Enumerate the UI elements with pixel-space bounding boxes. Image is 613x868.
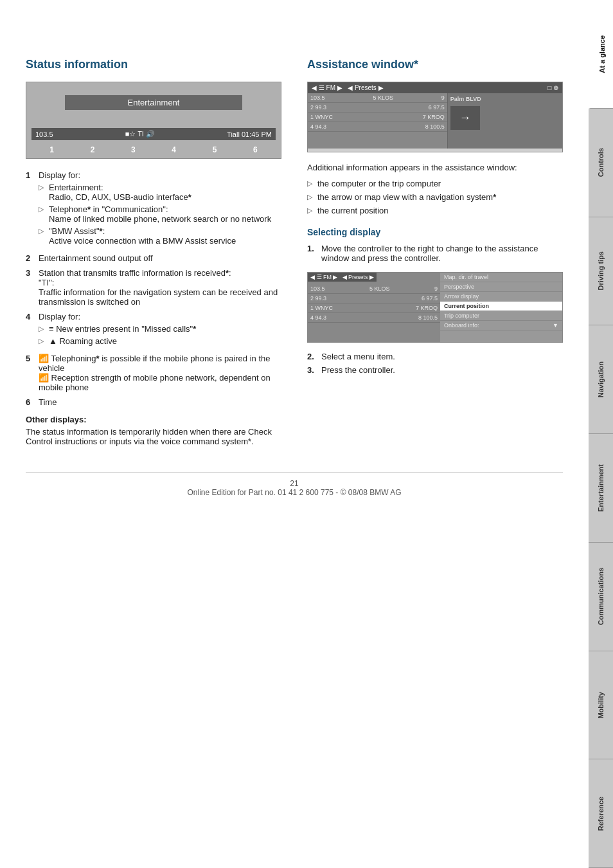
step-number: 2. xyxy=(307,352,317,361)
step-item: 1. Move the controller to the right to c… xyxy=(307,244,563,263)
palm-blvd-text: Palm BLVD xyxy=(450,96,481,102)
list-item: 1 Display for: ▷ Entertainment:Radio, CD… xyxy=(26,170,281,248)
bullet-text: the arrow or map view with a navigation … xyxy=(317,192,496,202)
sel-menu-item: Perspective xyxy=(440,282,562,292)
sub-list-item: ▷ ▲ Roaming active xyxy=(39,336,281,346)
sidebar-tabs: At a glance Controls Driving tips Naviga… xyxy=(589,0,613,868)
step-item: 2. Select a menu item. xyxy=(307,352,563,361)
step-number: 1. xyxy=(307,244,317,263)
list-item: 6 Time xyxy=(26,397,281,407)
tab-at-a-glance[interactable]: At a glance xyxy=(589,0,613,109)
assist-row: 4 94.38 100.5 xyxy=(308,122,447,132)
item-number: 2 xyxy=(26,253,35,263)
assist-top-left: ◀ ☰ FM ▶ ◀ Presets ▶ xyxy=(312,84,384,91)
sel-row: 2 99.36 97.5 xyxy=(308,294,440,303)
item-number: 4 xyxy=(26,312,35,348)
sub-list-item: ▷ "BMW Assist"*:Active voice connection … xyxy=(39,226,281,246)
sub-item-text: ≡ New entries present in "Missed calls"* xyxy=(49,324,196,334)
sel-menu-item: Trip computer xyxy=(440,311,562,321)
item-number: 3 xyxy=(26,268,35,307)
sub-list: ▷ ≡ New entries present in "Missed calls… xyxy=(39,324,281,346)
num-2: 2 xyxy=(91,145,95,154)
item-content: Entertainment sound output off xyxy=(39,253,281,263)
num-3: 3 xyxy=(131,145,136,154)
sub-item-detail: Radio, CD, AUX, USB-audio interface* xyxy=(49,192,191,202)
select-image: ◀ ☰ FM ▶ ◀ Presets ▶ 103.55 KLOS9 2 99.3… xyxy=(307,272,563,343)
bullet-item: ▷ the current position xyxy=(307,206,563,215)
list-item: 5 📶 Telephoning* is possible if the mobi… xyxy=(26,354,281,392)
list-item: 3 Station that transmits traffic informa… xyxy=(26,268,281,307)
sub-item-text: Telephone* in "Communication":Name of li… xyxy=(49,204,271,224)
num-6: 6 xyxy=(253,145,258,154)
item-number: 5 xyxy=(26,354,35,392)
step-text: Move the controller to the right to chan… xyxy=(321,244,563,263)
status-info-title: Status information xyxy=(26,58,281,71)
list-item: 4 Display for: ▷ ≡ New entries present i… xyxy=(26,312,281,348)
sel-row: 4 94.38 100.5 xyxy=(308,313,440,323)
bullet-text: the current position xyxy=(317,206,389,215)
assist-row: 2 99.36 97.5 xyxy=(308,103,447,113)
step-item: 3. Press the controller. xyxy=(307,365,563,375)
page-footer: 21 Online Edition for Part no. 01 41 2 6… xyxy=(26,472,563,497)
arrow-icon: ▷ xyxy=(39,205,45,224)
arrow-icon: ▷ xyxy=(39,337,45,346)
tab-communications[interactable]: Communications xyxy=(589,543,613,651)
assist-right-panel: Palm BLVD → xyxy=(448,93,562,149)
sub-item-text: Entertainment:Radio, CD, AUX, USB-audio … xyxy=(49,183,191,202)
sel-rows: 103.55 KLOS9 2 99.36 97.5 1 WNYC7 KROQ 4… xyxy=(308,284,440,323)
sub-list: ▷ Entertainment:Radio, CD, AUX, USB-audi… xyxy=(39,183,281,246)
item-main-text: Entertainment sound output off xyxy=(39,253,153,263)
item-detail-ti: "TI": xyxy=(39,278,54,287)
sel-menu: Map. dir. of travel Perspective Arrow di… xyxy=(440,273,562,342)
assist-row: 1 WNYC7 KROQ xyxy=(308,113,447,122)
tab-reference[interactable]: Reference xyxy=(589,759,613,868)
tab-entertainment[interactable]: Entertainment xyxy=(589,434,613,543)
columns-layout: Status information Entertainment 103.5 ■… xyxy=(26,58,563,446)
status-numbered-list: 1 Display for: ▷ Entertainment:Radio, CD… xyxy=(26,170,281,407)
numbers-row: 1 2 3 4 5 6 xyxy=(31,145,276,154)
sel-row: 1 WNYC7 KROQ xyxy=(308,303,440,313)
assist-left-panel: 103.55 KLOS9 2 99.36 97.5 1 WNYC7 KROQ 4… xyxy=(308,93,448,149)
item-main-text: Time xyxy=(39,397,57,407)
item-content: Station that transmits traffic informati… xyxy=(39,268,281,307)
item-number: 1 xyxy=(26,170,35,248)
sub-list-item: ▷ Entertainment:Radio, CD, AUX, USB-audi… xyxy=(39,183,281,202)
arrow-display: → xyxy=(450,106,480,130)
sub-item-detail: Name of linked mobile phone, network sea… xyxy=(49,214,271,224)
sub-item-text: ▲ Roaming active xyxy=(49,336,117,346)
time-display: Tiall 01:45 PM xyxy=(227,131,272,138)
right-column: Assistance window* ◀ ☰ FM ▶ ◀ Presets ▶ … xyxy=(307,58,563,446)
sub-item-detail: Active voice connection with a BMW Assis… xyxy=(49,236,236,246)
item-content: 📶 Telephoning* is possible if the mobile… xyxy=(39,354,281,392)
arrow-icon: ▷ xyxy=(307,206,314,215)
sel-presets: ◀ Presets ▶ xyxy=(342,274,375,280)
bullet-text: the computer or the trip computer xyxy=(317,179,441,188)
left-column: Status information Entertainment 103.5 ■… xyxy=(26,58,281,446)
item-content: Time xyxy=(39,397,281,407)
arrow-icon: ▷ xyxy=(39,325,45,334)
entertainment-bar: Entertainment xyxy=(65,95,242,110)
num-4: 4 xyxy=(172,145,176,154)
arrow-icon: ▷ xyxy=(307,193,314,202)
tab-controls[interactable]: Controls xyxy=(589,109,613,217)
item-detail-traffic: Traffic information for the navigation s… xyxy=(39,287,278,307)
sel-menu-item: Arrow display xyxy=(440,292,562,302)
arrow-icon: ▷ xyxy=(39,183,45,202)
status-bottom-bar: 103.5 ■☆ TI 🔊 Tiall 01:45 PM xyxy=(31,128,276,140)
assistance-window-title: Assistance window* xyxy=(307,58,563,71)
sub-list-item: ▷ Telephone* in "Communication":Name of … xyxy=(39,204,281,224)
tab-driving-tips[interactable]: Driving tips xyxy=(589,217,613,326)
assistance-intro: Additional information appears in the as… xyxy=(307,163,563,172)
sub-item-text: "BMW Assist"*:Active voice connection wi… xyxy=(49,226,236,246)
footer-text: Online Edition for Part no. 01 41 2 600 … xyxy=(187,488,401,497)
bullet-item: ▷ the arrow or map view with a navigatio… xyxy=(307,192,563,202)
item-main-text: Station that transmits traffic informati… xyxy=(39,268,231,278)
bullet-item: ▷ the computer or the trip computer xyxy=(307,179,563,188)
tab-navigation[interactable]: Navigation xyxy=(589,325,613,434)
sel-menu-item-highlighted: Current position xyxy=(440,302,562,311)
item-content: Display for: ▷ ≡ New entries present in … xyxy=(39,312,281,348)
tab-mobility[interactable]: Mobility xyxy=(589,651,613,760)
assistance-bullet-list: ▷ the computer or the trip computer ▷ th… xyxy=(307,179,563,215)
sel-row: 103.55 KLOS9 xyxy=(308,284,440,294)
other-displays-text: The status information is temporarily hi… xyxy=(26,427,272,446)
